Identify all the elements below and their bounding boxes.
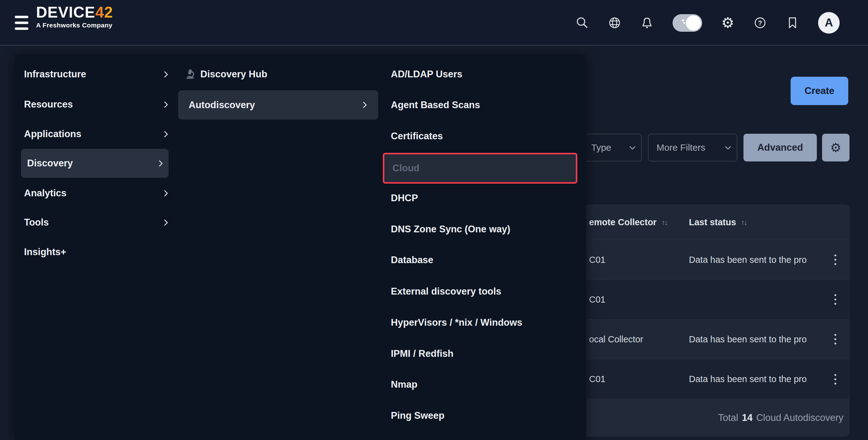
dark-mode-toggle[interactable]: [673, 14, 702, 32]
search-icon: [576, 16, 589, 30]
chevron-right-icon: [156, 160, 163, 166]
hamburger-menu-button[interactable]: [15, 16, 28, 30]
avatar[interactable]: A: [818, 12, 840, 34]
menu-item-agent-based-scans[interactable]: Agent Based Scans: [391, 95, 480, 115]
menu-item-dhcp[interactable]: DHCP: [391, 188, 418, 208]
remote-collector-cell: C01: [589, 240, 606, 280]
logo-accent: 42: [95, 4, 113, 21]
chevron-right-icon: [161, 131, 168, 137]
toggle-knob: [686, 15, 701, 31]
menu-item-external-discovery-tools[interactable]: External discovery tools: [391, 282, 501, 301]
autodiscovery-table: emote Collector ↑↓ Last status ↑↓ C01 Da…: [578, 205, 849, 399]
menu-item-insights-plus[interactable]: Insights+: [24, 242, 167, 262]
table-header-row: emote Collector ↑↓ Last status ↑↓: [579, 205, 849, 240]
chevron-right-icon: [161, 71, 168, 77]
gear-icon: ⚙: [830, 140, 841, 155]
menu-item-hypervisors-nix-windows[interactable]: HyperVisors / *nix / Windows: [391, 313, 522, 333]
menu-item-discovery[interactable]: Discovery: [21, 149, 168, 178]
navigation-flyout: Infrastructure Resources Applications Di…: [15, 54, 586, 440]
table-row: C01 Data has been sent to the pro: [579, 240, 849, 280]
remote-collector-cell: ocal Collector: [589, 319, 643, 359]
create-button[interactable]: Create: [790, 77, 848, 105]
sparkle-icon: [683, 22, 686, 24]
bookmarks-button[interactable]: [786, 16, 799, 30]
menu-item-database[interactable]: Database: [391, 250, 433, 270]
more-filters-label: More Filters: [656, 143, 705, 153]
remote-collector-cell: C01: [589, 359, 606, 399]
menu-item-ad-ldap-users[interactable]: AD/LDAP Users: [391, 64, 462, 84]
advanced-button[interactable]: Advanced: [743, 134, 817, 161]
row-actions-kebab-button[interactable]: [831, 253, 839, 267]
total-prefix: Total: [718, 412, 738, 423]
help-icon: ?: [753, 16, 767, 30]
sparkle-icon: [681, 19, 685, 22]
search-button[interactable]: [576, 16, 589, 30]
menu-item-discovery-hub[interactable]: Discovery Hub: [184, 64, 267, 84]
row-actions-kebab-button[interactable]: [831, 372, 839, 386]
chevron-right-icon: [161, 219, 168, 225]
microscope-icon: [184, 69, 195, 80]
column-header-last-status[interactable]: Last status ↑↓: [689, 205, 747, 240]
row-actions-kebab-button[interactable]: [831, 332, 839, 346]
logo-text: DEVICE42: [36, 4, 113, 21]
last-status-cell: Data has been sent to the pro: [689, 359, 807, 399]
last-status-cell: Data has been sent to the pro: [689, 319, 807, 359]
table-footer: Total 14 Cloud Autodiscovery: [578, 399, 849, 437]
menu-item-tools[interactable]: Tools: [24, 213, 167, 232]
type-filter-dropdown[interactable]: Type: [583, 134, 642, 161]
menu-item-autodiscovery[interactable]: Autodiscovery: [178, 90, 378, 120]
chevron-right-icon: [161, 190, 168, 196]
table-row: C01 Data has been sent to the pro: [579, 359, 849, 399]
avatar-initial: A: [825, 16, 833, 29]
menu-item-ping-sweep[interactable]: Ping Sweep: [391, 406, 444, 426]
chevron-down-icon: [629, 144, 636, 150]
total-suffix: Cloud Autodiscovery: [756, 412, 843, 423]
globe-button[interactable]: [608, 16, 621, 30]
menu-level-1: Infrastructure Resources Applications Di…: [15, 54, 173, 440]
help-button[interactable]: ?: [753, 16, 767, 30]
topbar-icon-group: ⚙ ? A: [576, 0, 840, 45]
sort-icon[interactable]: ↑↓: [741, 218, 747, 227]
total-count: 14: [742, 412, 752, 423]
bookmark-icon: [786, 16, 799, 30]
sort-icon[interactable]: ↑↓: [661, 218, 667, 227]
column-header-remote-collector[interactable]: emote Collector ↑↓: [589, 205, 667, 240]
bell-icon: [640, 16, 654, 30]
notifications-button[interactable]: [640, 16, 654, 30]
chevron-down-icon: [725, 144, 731, 150]
screen: Create Type More Filters Advanced ⚙ emot…: [0, 0, 868, 440]
chevron-right-icon: [360, 102, 367, 108]
menu-item-analytics[interactable]: Analytics: [24, 183, 167, 203]
menu-item-resources[interactable]: Resources: [24, 95, 167, 114]
table-row: C01: [579, 280, 849, 319]
row-actions-kebab-button[interactable]: [831, 292, 839, 307]
logo-tagline: A Freshworks Company: [36, 22, 113, 29]
type-filter-label: Type: [591, 143, 611, 153]
last-status-cell: Data has been sent to the pro: [689, 240, 807, 280]
chevron-right-icon: [161, 101, 168, 107]
menu-item-dns-zone-sync[interactable]: DNS Zone Sync (One way): [391, 219, 510, 239]
svg-text:?: ?: [758, 19, 762, 27]
remote-collector-cell: C01: [589, 280, 606, 319]
more-filters-dropdown[interactable]: More Filters: [648, 134, 737, 161]
top-bar: DEVICE42 A Freshworks Company ⚙: [0, 0, 868, 45]
menu-item-nmap[interactable]: Nmap: [391, 375, 417, 395]
menu-item-infrastructure[interactable]: Infrastructure: [24, 64, 167, 84]
settings-button[interactable]: ⚙: [721, 16, 735, 30]
menu-item-cloud[interactable]: Cloud: [383, 153, 577, 184]
brand-logo[interactable]: DEVICE42 A Freshworks Company: [36, 4, 113, 29]
menu-item-applications[interactable]: Applications: [24, 124, 167, 144]
globe-icon: [608, 16, 621, 30]
gear-icon: ⚙: [721, 16, 734, 30]
menu-item-ipmi-redfish[interactable]: IPMI / Redfish: [391, 344, 454, 364]
table-row: ocal Collector Data has been sent to the…: [579, 319, 849, 359]
menu-item-certificates[interactable]: Certificates: [391, 126, 443, 146]
table-settings-button[interactable]: ⚙: [822, 134, 849, 161]
menu-level-2: Discovery Hub Autodiscovery: [173, 54, 380, 440]
menu-level-3: AD/LDAP Users Agent Based Scans Certific…: [380, 54, 586, 440]
